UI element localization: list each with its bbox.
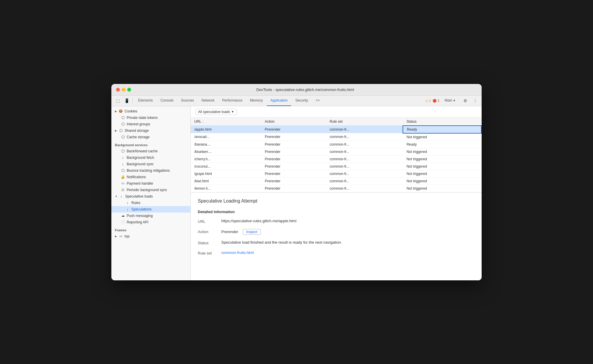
sidebar-item-label: Background sync [127, 162, 154, 166]
tab-performance[interactable]: Performance [219, 95, 246, 106]
cookies-icon: 🍪 [119, 109, 123, 113]
sidebar-item-top-frame[interactable]: ▶ ▭ top [111, 233, 190, 240]
warnings-badge[interactable]: ⚠ 2 [425, 99, 431, 103]
sidebar-item-notifications[interactable]: 🔔 Notifications [111, 174, 190, 180]
ruleset-value: common-fruits.html [221, 250, 475, 255]
col-header-ruleset: Rule set [326, 118, 403, 126]
tab-sources[interactable]: Sources [177, 95, 197, 106]
sidebar-item-cache-storage[interactable]: Cache storage [111, 134, 190, 140]
sidebar-item-background-fetch[interactable]: ↕ Background fetch [111, 154, 190, 161]
cell-action: Prerender [261, 148, 326, 155]
cursor-icon[interactable]: ⬚ [114, 97, 122, 105]
section-background-services: Background services [111, 140, 190, 148]
content-toolbar: All speculative loads ▼ [191, 106, 482, 118]
tab-memory[interactable]: Memory [247, 95, 266, 106]
cell-action: Prerender [261, 163, 326, 170]
table-row[interactable]: /avocad...Prerendercommon-fr...Not trigg… [191, 133, 481, 141]
sync-icon: ↕ [121, 156, 125, 160]
cell-status: Not triggered [403, 177, 481, 185]
sidebar-item-speculative-loads[interactable]: ▼ ↕ Speculative loads [111, 193, 190, 200]
cell-url: /lemon.h... [191, 185, 261, 192]
sidebar-item-rules[interactable]: ↕ Rules [111, 200, 190, 206]
cell-ruleset: common-fr... [326, 133, 403, 141]
cloud-icon: ☁ [121, 214, 125, 218]
cell-ruleset: common-fr... [326, 163, 403, 170]
warnings-count: 2 [429, 99, 431, 102]
cell-status: Not triggered [403, 185, 481, 192]
sidebar-item-back-forward-cache[interactable]: Back/forward cache [111, 148, 190, 154]
cell-ruleset: common-fr... [326, 185, 403, 192]
sidebar-item-label: Reporting API [127, 220, 148, 224]
sidebar-item-periodic-background-sync[interactable]: ◷ Periodic background sync [111, 187, 190, 193]
warn-icon: ⚠ [425, 99, 428, 103]
device-toggle-icon[interactable]: 📱 [123, 97, 131, 105]
col-header-url[interactable]: URL [191, 118, 261, 126]
sidebar-item-push-messaging[interactable]: ☁ Push messaging [111, 213, 190, 219]
tab-more[interactable]: >> [312, 95, 323, 106]
table-row[interactable]: /lemon.h...Prerendercommon-fr...Not trig… [191, 185, 481, 192]
sidebar-item-shared-storage[interactable]: ▶ Shared storage [111, 127, 190, 134]
sidebar-item-interest-groups[interactable]: Interest groups [111, 121, 190, 127]
cell-status: Ready [403, 141, 481, 148]
table-row[interactable]: /blueberr....Prerendercommon-fr...Not tr… [191, 148, 481, 155]
sidebar-item-label: Cookies [125, 109, 137, 113]
tab-console[interactable]: Console [157, 95, 177, 106]
main-layout: ▶ 🍪 Cookies Private state tokens Interes… [111, 106, 482, 280]
sidebar-item-payment-handler[interactable]: ▭ Payment handler [111, 180, 190, 187]
sidebar-item-label: Bounce tracking mitigations [127, 168, 170, 173]
inspect-button[interactable]: Inspect [243, 229, 261, 235]
url-label: URL [198, 219, 221, 224]
cell-action: Prerender [261, 133, 326, 141]
col-header-status: Status [403, 118, 481, 126]
tab-security[interactable]: Security [292, 95, 311, 106]
sidebar-item-label: Rules [131, 201, 140, 205]
db-icon [121, 168, 125, 173]
tab-application[interactable]: Application [267, 95, 291, 106]
table-row[interactable]: /kiwi.htmlPrerendercommon-fr...Not trigg… [191, 177, 481, 185]
ruleset-link[interactable]: common-fruits.html [221, 250, 254, 255]
sidebar-item-label: Interest groups [127, 122, 150, 126]
sidebar-item-reporting-api[interactable]: 📄 Reporting API [111, 219, 190, 225]
detail-row-status: Status Speculative load finished and the… [198, 240, 475, 245]
db-icon [121, 135, 125, 139]
cell-ruleset: common-fr... [326, 126, 403, 133]
table-row[interactable]: /grape.htmlPrerendercommon-fr...Not trig… [191, 170, 481, 177]
settings-icon[interactable]: ⚙ [461, 97, 469, 105]
status-value: Speculative load finished and the result… [221, 240, 475, 245]
sidebar-item-bounce-tracking[interactable]: Bounce tracking mitigations [111, 167, 190, 174]
chevron-right-icon: ▶ [115, 235, 117, 238]
maximize-button[interactable] [127, 88, 131, 92]
table-row[interactable]: /apple.htmlPrerendercommon-fr...Ready [191, 126, 481, 133]
db-icon [119, 129, 123, 133]
filter-dropdown[interactable]: All speculative loads ▼ [195, 109, 237, 115]
action-value: Prerender Inspect [221, 229, 475, 235]
main-selector[interactable]: Main ▼ [441, 95, 459, 106]
filter-label: All speculative loads [198, 110, 230, 114]
speculations-icon: ↕ [125, 207, 130, 211]
cell-status: Not triggered [403, 155, 481, 163]
section-frames: Frames [111, 225, 190, 233]
sidebar-item-background-sync[interactable]: ↕ Background sync [111, 161, 190, 167]
card-icon: ▭ [121, 181, 125, 186]
tab-elements[interactable]: Elements [135, 95, 156, 106]
tab-network[interactable]: Network [198, 95, 218, 106]
table-row[interactable]: /coconut...Prerendercommon-fr...Not trig… [191, 163, 481, 170]
speculative-icon: ↕ [119, 194, 123, 198]
minimize-button[interactable] [122, 88, 125, 92]
sidebar-item-speculations[interactable]: ↕ Speculations [111, 206, 190, 213]
detail-row-action: Action Prerender Inspect [198, 229, 475, 235]
close-button[interactable] [116, 88, 120, 92]
clock-icon: ◷ [121, 188, 125, 192]
sidebar-item-cookies[interactable]: ▶ 🍪 Cookies [111, 108, 190, 114]
more-options-icon[interactable]: ⋮ [471, 97, 479, 105]
err-icon: 🔴 [433, 99, 437, 103]
table-row[interactable]: /cherry.h...Prerendercommon-fr...Not tri… [191, 155, 481, 163]
traffic-lights [116, 88, 131, 92]
table-row[interactable]: /banana....Prerendercommon-fr...Ready [191, 141, 481, 148]
url-value: https://speculative-rules.glitch.me/appl… [221, 219, 475, 223]
sidebar-item-label: Cache storage [127, 135, 150, 139]
sidebar-item-private-state-tokens[interactable]: Private state tokens [111, 114, 190, 121]
main-chevron: ▼ [453, 99, 456, 102]
errors-badge[interactable]: 🔴 2 [433, 99, 439, 103]
devtools-toolbar: ⬚ 📱 Elements Console Sources Network Per… [111, 96, 482, 106]
